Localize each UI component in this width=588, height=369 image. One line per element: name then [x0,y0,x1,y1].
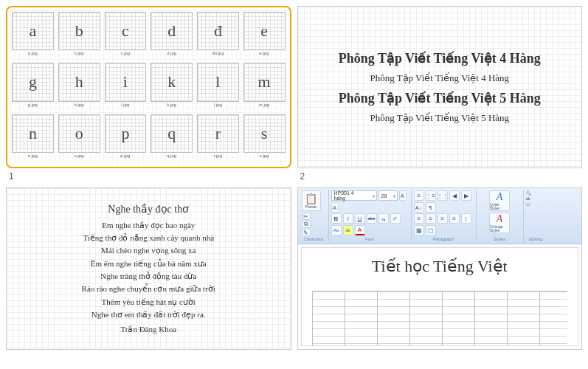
increase-indent-button[interactable]: ▶ [461,190,471,201]
sample-line-5hang: Phông Tập Viết Tiếng Việt 5 Hàng [370,112,509,124]
format-painter-button[interactable]: ✎ [302,229,311,236]
multilevel-button[interactable]: ⋮⋮ [437,190,448,201]
ribbon-group-font: HP001 4 hàng 28 A A B I U abc x₂ x² [329,190,412,242]
clipboard-icon: 📋 [305,193,317,204]
select-button[interactable]: ▭ [526,201,530,207]
letter-cell: cc.jpg [105,12,147,60]
ribbon-group-clipboard: 📋 Paste ✂ ⧉ ✎ Clipboard [300,190,329,242]
bullets-button[interactable]: ≡ [414,190,424,201]
letter-box: e [243,12,286,50]
italic-button[interactable]: I [343,213,353,224]
letter-filename: a.jpg [28,51,38,55]
sample-line-4hang-bold: Phông Tập Viết Tiếng Việt 4 Hàng [339,50,541,66]
letter-glyph: a [29,23,36,39]
letter-cell: ee.jpg [243,12,286,60]
letter-filename: s.jpg [260,154,269,158]
letter-cell: gg.jpg [12,63,54,111]
sample-line-4hang: Phông Tập Viết Tiếng Việt 4 Hàng [370,72,509,84]
letter-filename: g.jpg [28,103,38,107]
letter-glyph: p [121,125,129,142]
letter-filename: dd.jpg [212,51,224,55]
shrink-font-button[interactable]: A [331,202,339,213]
poem-title: Nghe thầy đọc thơ [108,202,189,217]
paste-button[interactable]: 📋 Paste [302,190,321,211]
group-label-clipboard: Clipboard [302,237,326,241]
underline-button[interactable]: U [355,213,365,224]
font-size-combo[interactable]: 28 [378,190,398,201]
letter-glyph: g [29,74,37,90]
numbering-button[interactable]: ⋮≡ [426,190,436,201]
font-color-button[interactable]: A [355,225,365,235]
letter-box: i [105,63,147,101]
letter-cell: dd.jpg [151,12,193,60]
letter-cell: ii.jpg [105,63,147,111]
strike-button[interactable]: abc [367,213,377,224]
letter-filename: n.jpg [28,154,38,158]
change-styles-icon: A [497,213,503,225]
poem-line: Êm êm nghe tiếng của bà năm xưa [91,258,207,269]
letter-glyph: d [167,23,176,39]
letter-box: h [58,63,100,101]
decrease-indent-button[interactable]: ◀ [449,190,460,201]
superscript-button[interactable]: x² [390,213,401,224]
shading-button[interactable]: ▦ [414,225,424,235]
letter-filename: b.jpg [75,51,84,55]
slide-thumb-3[interactable]: Nghe thầy đọc thơ Em nghe thầy đọc bao n… [6,187,291,350]
letter-cell: qq.jpg [151,114,193,162]
replace-button[interactable]: ab [526,196,531,201]
line-spacing-button[interactable]: ↕ [461,213,471,224]
find-button[interactable]: 🔍 [526,190,531,196]
letter-glyph: n [29,125,37,142]
copy-button[interactable]: ⧉ [302,221,311,228]
doc-title: Tiết học Tiếng Việt [312,257,568,276]
cut-button[interactable]: ✂ [302,213,311,220]
slide-number-1: 1 [6,171,291,182]
letter-cell: aa.jpg [12,12,54,60]
highlight-button[interactable]: ab [343,225,353,235]
letter-box: n [12,114,54,153]
change-case-button[interactable]: Aa [331,225,342,235]
bold-button[interactable]: B [331,213,342,224]
font-name-combo[interactable]: HP001 4 hàng [331,190,377,201]
align-right-button[interactable]: ≡ [437,213,448,224]
letter-filename: c.jpg [121,51,131,55]
styles-icon: A [497,191,503,203]
ribbon: 📋 Paste ✂ ⧉ ✎ Clipboard [298,188,582,244]
paste-label: Paste [305,204,317,209]
slide-thumb-4[interactable]: 📋 Paste ✂ ⧉ ✎ Clipboard [297,187,583,350]
slide-thumb-2[interactable]: Phông Tập Viết Tiếng Việt 4 Hàng Phông T… [297,6,583,168]
letter-filename: d.jpg [167,51,176,55]
letter-cell: ll.jpg [197,63,239,111]
letter-filename: q.jpg [167,154,176,158]
quick-styles-button[interactable]: A Quick Styles [489,190,510,211]
align-left-button[interactable]: ≡ [414,213,424,224]
borders-button[interactable]: ▢ [426,225,436,235]
font-sample-lines: Phông Tập Viết Tiếng Việt 4 Hàng Phông T… [298,7,582,168]
letter-box: c [105,12,147,50]
letter-cell: oo.jpg [58,114,100,162]
letter-box: q [151,114,193,153]
subscript-button[interactable]: x₂ [378,213,389,224]
slide-thumb-1[interactable]: aa.jpgbb.jpgcc.jpgdd.jpgđdd.jpgee.jpggg.… [6,6,291,168]
grow-font-button[interactable]: A [399,190,407,201]
letter-glyph: o [75,125,83,142]
letter-cell: đdd.jpg [197,12,239,60]
sort-button[interactable]: A↓ [414,202,424,213]
letter-cell: ss.jpg [243,114,286,162]
show-marks-button[interactable]: ¶ [426,202,436,213]
poem-line: Tiếng thơ đỏ nắng xanh cây quanh nhà [83,232,214,244]
ribbon-group-editing: 🔍 ab ▭ Editing [524,190,549,242]
change-styles-button[interactable]: A Change Styles [489,213,510,233]
letter-glyph: i [123,74,128,90]
ribbon-group-paragraph: ≡ ⋮≡ ⋮⋮ ◀ ▶ A↓ ¶ ≡ ≡ ≡ ≡ [412,190,477,242]
justify-button[interactable]: ≡ [449,213,460,224]
align-center-button[interactable]: ≡ [426,213,436,224]
letter-cell: pp.jpg [105,114,147,162]
letter-glyph: b [75,23,83,39]
letter-glyph: s [261,125,268,142]
group-label-styles: Styles [479,237,521,241]
letter-glyph: e [260,23,268,39]
letter-filename: p.jpg [120,154,130,158]
poem-line: Em nghe thầy đọc bao ngày [102,220,195,231]
letter-cell: nn.jpg [12,114,54,162]
